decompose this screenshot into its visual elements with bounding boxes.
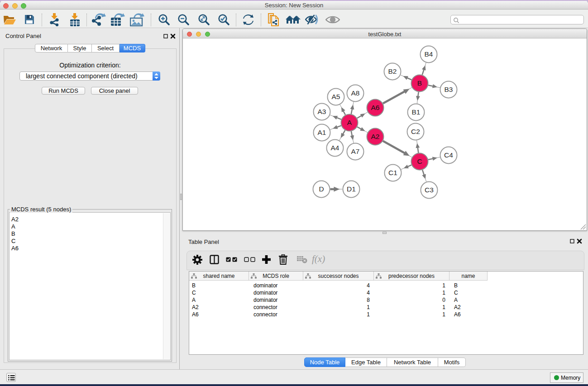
svg-text:C: C [417,157,422,165]
svg-text:B2: B2 [388,67,397,75]
svg-text:A2: A2 [371,133,380,140]
svg-text:C4: C4 [444,151,453,159]
svg-text:A5: A5 [332,93,340,100]
svg-text:A8: A8 [351,89,360,97]
svg-text:C1: C1 [388,169,397,176]
svg-text:C2: C2 [411,128,420,135]
svg-text:B: B [417,79,422,87]
svg-text:B1: B1 [412,108,421,116]
svg-text:A7: A7 [351,148,360,155]
svg-text:A3: A3 [318,108,326,115]
svg-text:B4: B4 [425,50,433,58]
svg-text:D1: D1 [347,185,356,193]
svg-text:A: A [347,119,352,126]
svg-text:B3: B3 [445,86,453,93]
svg-text:A4: A4 [331,144,339,152]
svg-text:A1: A1 [318,129,326,136]
svg-text:A6: A6 [371,104,380,111]
svg-text:D: D [319,185,324,193]
svg-text:C3: C3 [425,186,434,194]
